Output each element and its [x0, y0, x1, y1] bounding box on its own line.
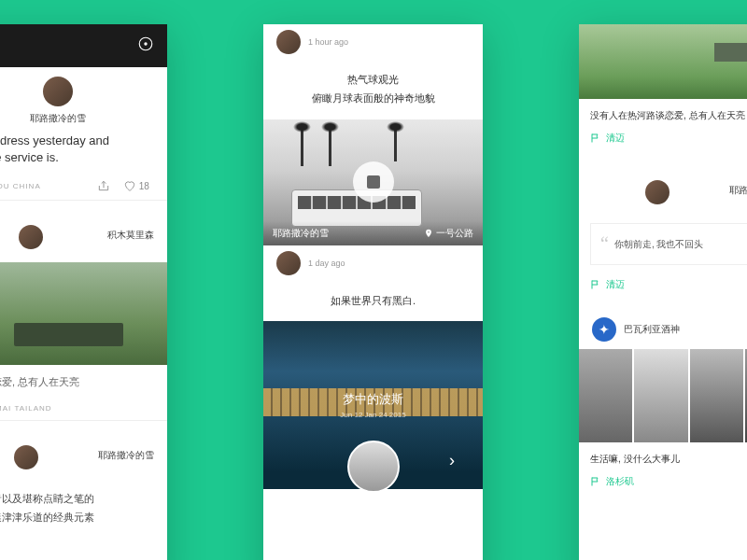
feed-text: 如果世界只有黑白.	[263, 281, 483, 322]
card-image[interactable]	[579, 24, 747, 99]
feed-card: ✦ 巴瓦利亚酒神 生活嘛, 没什么大事儿 洛杉矶	[579, 310, 747, 497]
hero-date: Jun 12 Jan 24 2015	[340, 411, 405, 419]
author-name[interactable]: 耶路撒冷的雪	[0, 112, 167, 125]
avatar	[276, 30, 301, 54]
avatar	[645, 180, 669, 204]
flag-icon	[590, 133, 601, 144]
share-button[interactable]	[97, 179, 110, 192]
user-row[interactable]: 积木莫里森	[0, 208, 167, 262]
user-row[interactable]: ✦ 巴瓦利亚酒神	[579, 310, 747, 349]
feed-header[interactable]: 1 hour ago	[263, 24, 483, 60]
hero-avatar[interactable]	[347, 441, 400, 493]
card-text: 没有人在热河路谈恋爱, 总有人在天亮	[579, 99, 747, 128]
svg-point-1	[145, 43, 147, 45]
quote-box: “ 你朝前走, 我也不回头	[590, 223, 747, 265]
author-name: 巴瓦利亚酒神	[624, 323, 680, 336]
pin-icon	[424, 229, 433, 238]
tag-link[interactable]: 清迈	[579, 274, 747, 301]
avatar: ✦	[592, 317, 616, 342]
phone-center-screen: 1 hour ago 热气球观光 俯瞰月球表面般的神奇地貌 耶路撒冷的雪 一号公…	[263, 24, 483, 560]
more-icon[interactable]	[137, 35, 154, 56]
phone-left-screen: 耶路撒冷的雪 ed this dress yesterday and and t…	[0, 24, 167, 560]
avatar	[14, 445, 38, 469]
post-image[interactable]	[0, 262, 167, 365]
avatar	[19, 225, 43, 249]
feed-card: 耶路撒冷的雪 “ 你朝前走, 我也不回头 清迈	[579, 163, 747, 301]
timestamp: 1 hour ago	[308, 37, 348, 47]
quote-icon: “	[600, 233, 609, 255]
flag-icon	[590, 279, 601, 290]
post-body: 吉他噪音以及堪称点睛之笔的 成为乐迷津津乐道的经典元素	[0, 483, 167, 535]
location-label: CHIANGMAI TAILAND	[0, 404, 52, 413]
feed-text: 热气球观光 俯瞰月球表面般的神奇地貌	[263, 60, 483, 119]
author-name: 积木莫里森	[107, 229, 154, 242]
chevron-right-icon[interactable]: ›	[449, 451, 455, 470]
phone-right-screen: 没有人在热河路谈恋爱, 总有人在天亮 清迈 耶路撒冷的雪 “ 你朝前走, 我也不…	[579, 24, 747, 560]
author-name: 耶路撒冷的雪	[98, 449, 154, 462]
avatar[interactable]	[43, 77, 73, 106]
photo-author: 耶路撒冷的雪	[273, 227, 329, 240]
avatar	[276, 251, 301, 275]
tag-link[interactable]: 洛杉矶	[579, 471, 747, 497]
post-caption: 河路谈恋爱, 总有人在天亮	[0, 365, 167, 400]
hero-photo[interactable]: 梦中的波斯 Jun 12 Jan 24 2015 ›	[263, 321, 483, 489]
user-row[interactable]: 耶路撒冷的雪	[0, 428, 167, 483]
feed-card: 没有人在热河路谈恋爱, 总有人在天亮 清迈	[579, 24, 747, 154]
geo-tag[interactable]: 一号公路	[424, 227, 473, 240]
author-name: 耶路撒冷的雪	[729, 184, 747, 197]
location-label: CHENGDU CHINA	[0, 182, 41, 190]
post-text: ed this dress yesterday and and the serv…	[0, 133, 167, 166]
timestamp: 1 day ago	[308, 259, 345, 268]
user-row[interactable]: 耶路撒冷的雪	[579, 163, 747, 217]
feed-header[interactable]: 1 day ago	[263, 245, 483, 281]
play-icon[interactable]	[353, 161, 394, 203]
like-button[interactable]: 18	[123, 179, 149, 192]
top-bar	[0, 24, 167, 67]
card-image-collage[interactable]	[579, 349, 747, 442]
card-text: 生活嘛, 没什么大事儿	[579, 442, 747, 471]
tag-link[interactable]: 清迈	[579, 128, 747, 154]
feed-photo[interactable]: 耶路撒冷的雪 一号公路	[263, 119, 483, 245]
hero-title: 梦中的波斯	[343, 391, 403, 408]
flag-icon	[590, 476, 601, 487]
